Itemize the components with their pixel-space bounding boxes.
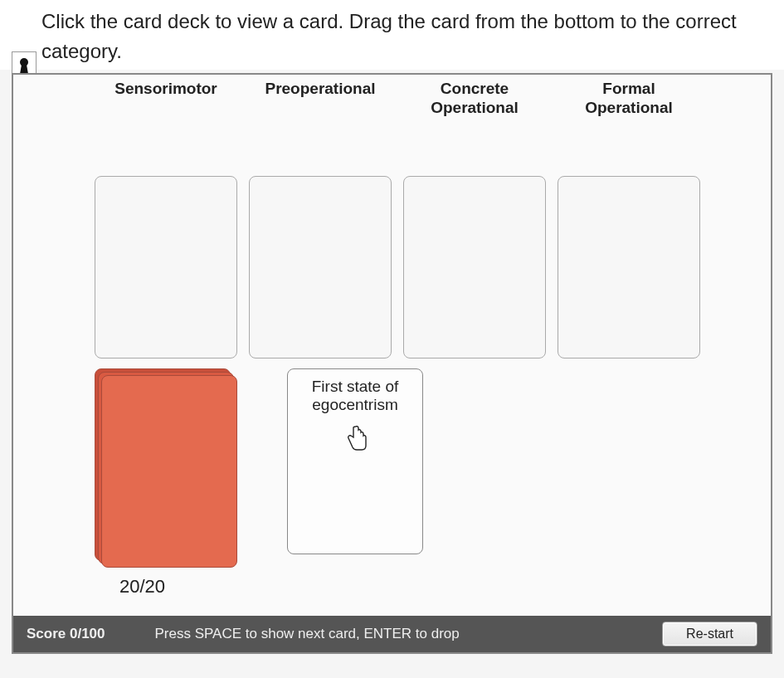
card-deck[interactable]: [95, 368, 237, 569]
category-label-sensorimotor: Sensorimotor: [95, 80, 237, 118]
dropzone-formal-operational[interactable]: [558, 176, 700, 359]
dropzone-preoperational[interactable]: [249, 176, 392, 359]
keyboard-hint: Press SPACE to show next card, ENTER to …: [155, 626, 460, 642]
pointer-cursor-icon: [346, 426, 368, 451]
deck-wrap: 20/20: [95, 368, 237, 569]
dropzone-sensorimotor[interactable]: [95, 176, 237, 359]
category-label-preoperational: Preoperational: [249, 80, 392, 118]
deck-card-back: [101, 375, 237, 568]
status-bar: Score 0/100 Press SPACE to show next car…: [13, 616, 771, 652]
score-text: Score 0/100: [27, 626, 105, 642]
game-area: Sensorimotor Preoperational Concrete Ope…: [12, 73, 772, 654]
category-labels-row: Sensorimotor Preoperational Concrete Ope…: [13, 75, 771, 118]
category-label-formal-operational: Formal Operational: [558, 80, 700, 118]
drawn-card[interactable]: First state of egocentrism: [287, 368, 423, 554]
dropzones-row: [13, 118, 771, 359]
category-label-concrete-operational: Concrete Operational: [403, 80, 546, 118]
deck-count: 20/20: [119, 576, 165, 598]
instructions-text: Click the card deck to view a card. Drag…: [0, 0, 784, 70]
bottom-row: 20/20 First state of egocentrism: [95, 368, 423, 569]
dropzone-concrete-operational[interactable]: [403, 176, 546, 359]
drawn-card-text: First state of egocentrism: [295, 378, 416, 414]
restart-button[interactable]: Re-start: [662, 622, 757, 646]
